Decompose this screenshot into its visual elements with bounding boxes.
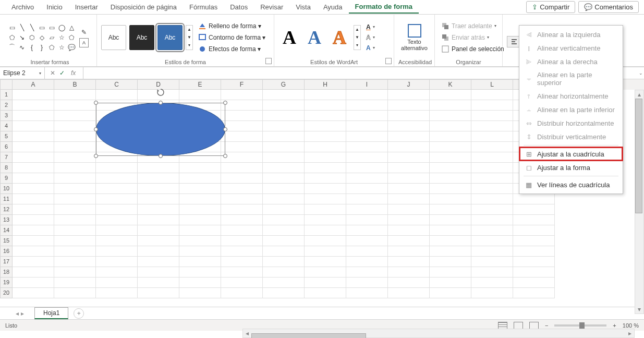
cell[interactable] xyxy=(13,246,54,257)
cell[interactable] xyxy=(471,246,513,257)
cell[interactable] xyxy=(430,152,471,163)
cell[interactable] xyxy=(513,225,555,236)
cell[interactable] xyxy=(263,277,305,288)
shape-icon[interactable]: ⬠ xyxy=(7,33,17,42)
row-header[interactable]: 13 xyxy=(0,215,13,225)
cell[interactable] xyxy=(96,267,138,277)
cell[interactable] xyxy=(471,288,513,298)
cell[interactable] xyxy=(346,111,388,121)
cell[interactable] xyxy=(263,121,305,131)
cell[interactable] xyxy=(305,204,346,215)
name-box[interactable]: Elipse 2▾ xyxy=(0,67,45,79)
cell[interactable] xyxy=(388,257,430,267)
cell[interactable] xyxy=(430,100,471,111)
shape-icon[interactable]: 💬 xyxy=(67,43,76,52)
column-header[interactable]: E xyxy=(179,79,221,90)
cell[interactable] xyxy=(54,163,96,173)
cell[interactable] xyxy=(430,121,471,131)
cell[interactable] xyxy=(388,152,430,163)
cell[interactable] xyxy=(13,288,54,298)
zoom-slider[interactable] xyxy=(554,324,606,327)
cell[interactable] xyxy=(430,184,471,194)
cell[interactable] xyxy=(263,257,305,267)
cell[interactable] xyxy=(263,288,305,298)
cell[interactable] xyxy=(388,173,430,184)
cell[interactable] xyxy=(388,90,430,100)
cell[interactable] xyxy=(179,277,221,288)
cell[interactable] xyxy=(96,173,138,184)
view-page-break-icon[interactable] xyxy=(529,322,539,329)
shape-icon[interactable]: ⬠ xyxy=(47,43,56,52)
cell[interactable] xyxy=(305,142,346,152)
cell[interactable] xyxy=(221,121,263,131)
cell[interactable] xyxy=(13,204,54,215)
shape-icon[interactable]: } xyxy=(37,43,46,52)
cell[interactable] xyxy=(179,257,221,267)
tab-file[interactable]: Archivo xyxy=(5,1,40,13)
row-header[interactable]: 6 xyxy=(0,142,13,152)
cell[interactable] xyxy=(305,246,346,257)
cell[interactable] xyxy=(179,215,221,225)
menu-snap-to-grid[interactable]: ⊞Ajustar a la cuadrícula xyxy=(519,147,623,161)
cell[interactable] xyxy=(346,173,388,184)
cell[interactable] xyxy=(388,100,430,111)
shape-style-1[interactable]: Abc xyxy=(101,25,126,50)
cell[interactable] xyxy=(388,121,430,131)
resize-handle[interactable] xyxy=(94,127,98,131)
text-effects-button[interactable]: A▾ xyxy=(364,43,377,53)
edit-shape-icon[interactable]: ✎ xyxy=(79,28,89,37)
cell[interactable] xyxy=(346,257,388,267)
cell[interactable] xyxy=(346,152,388,163)
shapes-gallery[interactable]: ▭╲╲▭▭◯△ ⬠↘⬡◇▱☆⬠ ⌒∿{}⬠☆💬 xyxy=(7,23,76,52)
cell[interactable] xyxy=(305,152,346,163)
cell[interactable] xyxy=(179,184,221,194)
row-header[interactable]: 15 xyxy=(0,236,13,246)
cell[interactable] xyxy=(221,90,263,100)
cell[interactable] xyxy=(13,152,54,163)
cell[interactable] xyxy=(471,121,513,131)
cell[interactable] xyxy=(221,225,263,236)
bring-forward-button[interactable]: Traer adelante▾ xyxy=(439,21,506,31)
cell[interactable] xyxy=(221,163,263,173)
cell[interactable] xyxy=(138,288,179,298)
resize-handle[interactable] xyxy=(159,101,163,105)
cell[interactable] xyxy=(430,267,471,277)
cell[interactable] xyxy=(263,194,305,204)
cell[interactable] xyxy=(263,246,305,257)
row-header[interactable]: 9 xyxy=(0,173,13,184)
menu-align-center[interactable]: ⫿Alinear verticalmente xyxy=(519,41,623,55)
cell[interactable] xyxy=(430,288,471,298)
cell[interactable] xyxy=(263,225,305,236)
menu-align-middle[interactable]: ⫯Alinear horizontalmente xyxy=(519,89,623,103)
cell[interactable] xyxy=(221,131,263,142)
cell[interactable] xyxy=(54,131,96,142)
row-header[interactable]: 20 xyxy=(0,288,13,298)
cell[interactable] xyxy=(179,194,221,204)
cell[interactable] xyxy=(54,288,96,298)
cell[interactable] xyxy=(513,246,555,257)
column-header[interactable]: F xyxy=(221,79,263,90)
cell[interactable] xyxy=(346,194,388,204)
rotate-handle-icon[interactable] xyxy=(156,88,165,96)
cell[interactable] xyxy=(13,267,54,277)
cell[interactable] xyxy=(471,194,513,204)
cell[interactable] xyxy=(263,90,305,100)
cell[interactable] xyxy=(221,194,263,204)
cell[interactable] xyxy=(138,277,179,288)
dialog-launcher-icon[interactable] xyxy=(385,58,392,64)
column-header[interactable]: B xyxy=(54,79,96,90)
cell[interactable] xyxy=(54,236,96,246)
row-header[interactable]: 16 xyxy=(0,246,13,257)
cell[interactable] xyxy=(263,100,305,111)
cell[interactable] xyxy=(54,184,96,194)
resize-handle[interactable] xyxy=(159,154,163,158)
tab-home[interactable]: Inicio xyxy=(40,1,68,13)
cell[interactable] xyxy=(13,236,54,246)
cell[interactable] xyxy=(305,288,346,298)
cell[interactable] xyxy=(179,173,221,184)
shape-icon[interactable]: ▱ xyxy=(47,33,56,42)
cell[interactable] xyxy=(221,111,263,121)
shape-effects-button[interactable]: Efectos de forma ▾ xyxy=(196,44,268,54)
cell[interactable] xyxy=(346,163,388,173)
view-page-layout-icon[interactable] xyxy=(514,322,523,329)
